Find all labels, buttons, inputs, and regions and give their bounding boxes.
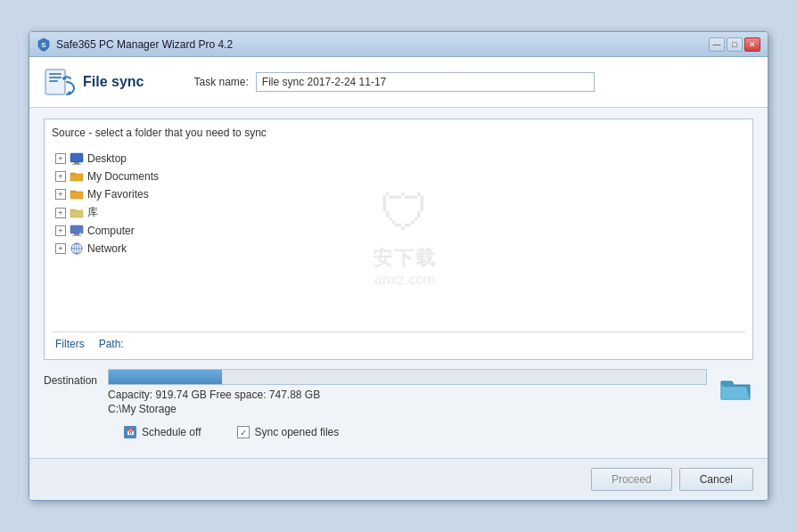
svg-rect-12: [72, 235, 81, 236]
svg-rect-8: [74, 162, 79, 164]
tree-item-network[interactable]: + Network: [52, 240, 745, 258]
svg-text:S: S: [41, 41, 46, 49]
title-bar: S Safe365 PC Manager Wizard Pro 4.2 — □ …: [29, 32, 768, 57]
browse-button-area: [718, 369, 753, 405]
sync-checkbox[interactable]: ✓: [237, 426, 250, 438]
tree-item-desktop[interactable]: + Desktop: [52, 150, 745, 168]
watermark-text2: anxz.com: [374, 272, 435, 288]
destination-path: C:\My Storage: [108, 403, 707, 415]
expand-icon-library[interactable]: +: [55, 208, 66, 218]
svg-rect-7: [70, 153, 83, 162]
window-title: Safe365 PC Manager Wizard Pro 4.2: [56, 38, 233, 51]
tree-item-myfavorites[interactable]: + My Favorites: [52, 185, 745, 203]
svg-rect-3: [49, 77, 62, 78]
tree-item-label: Computer: [87, 225, 135, 237]
browse-folder-button[interactable]: [718, 372, 753, 405]
capacity-bar-fill: [109, 370, 222, 384]
cancel-button[interactable]: Cancel: [679, 468, 753, 491]
expand-icon-desktop[interactable]: +: [55, 153, 66, 164]
header-icon-area: File sync: [44, 66, 144, 98]
action-row: Proceed Cancel: [29, 458, 768, 500]
folder-yellow-icon: [70, 169, 84, 184]
tree-item-label: My Favorites: [87, 188, 149, 201]
source-footer: Filters Path:: [52, 331, 745, 352]
filters-link[interactable]: Filters: [55, 338, 85, 350]
tree-item-label: Desktop: [87, 152, 127, 165]
schedule-label: Schedule off: [142, 426, 201, 438]
calendar-icon: 📅: [124, 426, 136, 438]
source-label: Source - select a folder that you need t…: [52, 127, 745, 139]
tree-item-mydocuments[interactable]: + My Documents: [52, 168, 745, 185]
folder-light-icon: [70, 206, 84, 220]
destination-section: Destination Capacity: 919.74 GB Free spa…: [44, 369, 753, 415]
options-row: 📅 Schedule off ✓ Sync opened files: [44, 426, 753, 438]
tree-item-computer[interactable]: + Computer: [52, 222, 745, 240]
close-button[interactable]: ✕: [744, 37, 760, 52]
capacity-info: Capacity: 919.74 GB Free space: 747.88 G…: [108, 389, 707, 401]
task-name-input[interactable]: [256, 72, 595, 92]
title-bar-left: S Safe365 PC Manager Wizard Pro 4.2: [37, 37, 233, 52]
sync-label: Sync opened files: [255, 426, 340, 438]
minimize-button[interactable]: —: [709, 37, 725, 52]
source-section: Source - select a folder that you need t…: [44, 119, 753, 360]
destination-content: Capacity: 919.74 GB Free space: 747.88 G…: [108, 369, 707, 415]
destination-label: Destination: [44, 369, 97, 387]
file-sync-icon: [44, 66, 76, 98]
app-window: S Safe365 PC Manager Wizard Pro 4.2 — □ …: [29, 31, 768, 501]
title-buttons: — □ ✕: [709, 37, 760, 52]
path-label: Path:: [99, 338, 124, 350]
header-section: File sync Task name:: [29, 57, 768, 108]
task-name-section: Task name:: [193, 72, 594, 92]
maximize-button[interactable]: □: [727, 37, 743, 52]
app-icon: S: [37, 37, 51, 52]
tree-item-label: My Documents: [87, 170, 159, 183]
folder-open-icon: [719, 374, 752, 403]
tree-item-label: 库: [87, 205, 98, 220]
svg-rect-11: [74, 233, 79, 235]
task-name-label: Task name:: [193, 76, 248, 88]
sync-option[interactable]: ✓ Sync opened files: [237, 426, 340, 438]
folder-yellow2-icon: [70, 187, 84, 201]
page-title: File sync: [83, 74, 144, 90]
expand-icon-computer[interactable]: +: [55, 225, 66, 236]
tree-item-library[interactable]: + 库: [52, 203, 745, 222]
expand-icon-mydocuments[interactable]: +: [55, 171, 66, 182]
network-icon: [70, 241, 84, 256]
svg-point-13: [79, 232, 81, 233]
tree-area: + Desktop + My Documents: [52, 146, 745, 324]
expand-icon-network[interactable]: +: [55, 243, 66, 254]
schedule-button[interactable]: 📅 Schedule off: [124, 426, 201, 438]
svg-rect-4: [49, 80, 58, 82]
capacity-bar-container: [108, 369, 707, 385]
desktop-icon: [70, 151, 84, 166]
proceed-button[interactable]: Proceed: [591, 468, 672, 491]
computer-icon: [70, 224, 84, 238]
svg-rect-9: [72, 164, 81, 165]
expand-icon-myfavorites[interactable]: +: [55, 189, 66, 200]
svg-rect-2: [49, 73, 62, 75]
tree-item-label: Network: [87, 242, 127, 255]
main-content: Source - select a folder that you need t…: [29, 108, 768, 449]
